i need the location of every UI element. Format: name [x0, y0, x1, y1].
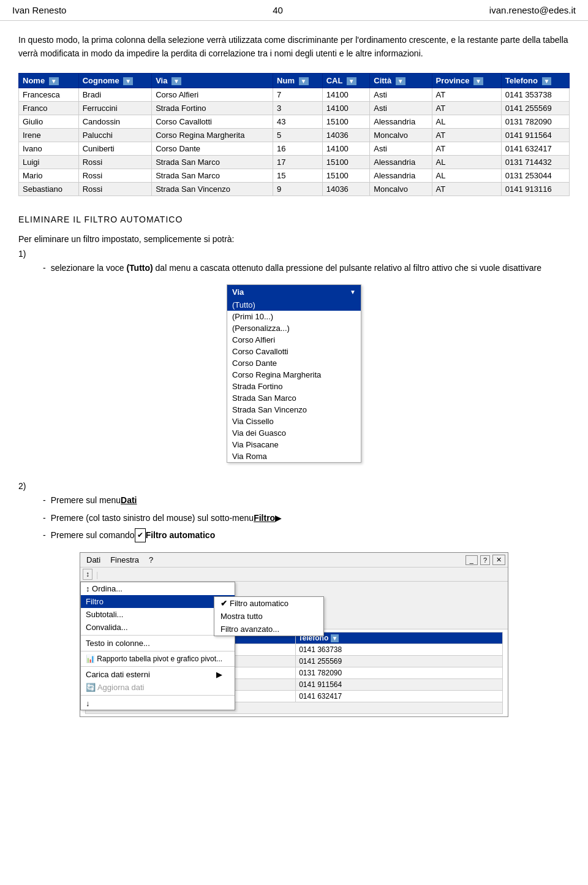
- dropdown-item[interactable]: (Personalizza...): [227, 322, 361, 334]
- menu-item-convalida[interactable]: Convalida...: [81, 621, 235, 634]
- menubar-help[interactable]: ?: [145, 554, 157, 566]
- table-header-row: Nome ▼ Cognome ▼ Via ▼ Num ▼ CAL ▼ Città…: [19, 73, 570, 88]
- table-cell: 0141 632417: [501, 142, 569, 155]
- table-cell: 15100: [322, 155, 370, 169]
- dati-dropdown: ↕ Ordina... Filtro ▶ Subtotali... Conval…: [80, 582, 235, 710]
- dropdown-item[interactable]: Strada San Marco: [227, 392, 361, 404]
- menu-item-more[interactable]: ↓: [81, 697, 235, 710]
- sort-asc-btn[interactable]: ↕: [83, 569, 92, 580]
- dropdown-item[interactable]: Via Cissello: [227, 416, 361, 427]
- col-nome: Nome ▼: [19, 73, 79, 88]
- bullet-premere-filtro-automatico: Premere sul comando ✔ Filtro automatico: [31, 528, 570, 542]
- table-row: MarioRossiStrada San Marco1515100Alessan…: [19, 169, 570, 182]
- window-controls: _ ? ✕: [466, 554, 505, 566]
- separator1: [81, 635, 235, 636]
- table-cell: 14100: [322, 101, 370, 115]
- table-cell: Asti: [370, 88, 432, 101]
- menu-screenshot: Dati Finestra ? _ ? ✕ ↕ | ↕ Ordina... Fi…: [80, 552, 508, 717]
- dropdown-arrow-icon[interactable]: ▼: [350, 289, 356, 295]
- sort-citta[interactable]: ▼: [396, 77, 405, 85]
- window-close-btn[interactable]: ✕: [492, 555, 505, 565]
- mini-col-telefono: Telefono ▼: [296, 632, 503, 644]
- sort-cognome[interactable]: ▼: [123, 77, 133, 85]
- table-cell: AT: [432, 101, 501, 115]
- submenu-mostra-tutto[interactable]: Mostra tutto: [214, 610, 323, 623]
- col-num: Num ▼: [273, 73, 323, 88]
- dropdown-item[interactable]: Via Pisacane: [227, 439, 361, 450]
- table-cell: Franco: [19, 101, 79, 115]
- table-row: IvanoCunibertiCorso Dante1614100AstiAT01…: [19, 142, 570, 155]
- table-cell: 0131 714432: [501, 155, 569, 169]
- bullet-premere-filtro: Premere (col tasto sinistro del mouse) s…: [31, 511, 570, 525]
- bullet-list-2: Premere sul menu Dati Premere (col tasto…: [31, 493, 570, 542]
- dropdown-item[interactable]: Corso Alfieri: [227, 334, 361, 346]
- table-cell: Strada San Marco: [152, 155, 273, 169]
- data-table: Nome ▼ Cognome ▼ Via ▼ Num ▼ CAL ▼ Città…: [18, 73, 570, 196]
- menu-item-filtro[interactable]: Filtro ▶: [81, 595, 235, 608]
- sort-nome[interactable]: ▼: [49, 77, 59, 85]
- table-cell: AT: [432, 142, 501, 155]
- bullet-item-1: selezionare la voce (Tutto) dal menu a c…: [31, 261, 570, 275]
- bullet-premere-dati: Premere sul menu Dati: [31, 493, 570, 507]
- table-cell: 14036: [322, 128, 370, 142]
- dati-label: Dati: [121, 493, 137, 507]
- sort-province[interactable]: ▼: [473, 77, 483, 85]
- submenu-filtro-avanzato[interactable]: Filtro avanzato...: [214, 623, 323, 636]
- submenu-filtro-automatico[interactable]: ✔ Filtro automatico: [214, 597, 323, 610]
- menu-item-carica[interactable]: Carica dati esterni ▶: [81, 668, 235, 681]
- bullet-list-1: selezionare la voce (Tutto) dal menu a c…: [31, 261, 570, 275]
- table-cell: Mario: [19, 169, 79, 182]
- dropdown-item[interactable]: Strada San Vincenzo: [227, 404, 361, 416]
- table-cell: Rossi: [78, 182, 151, 196]
- table-cell: AL: [432, 115, 501, 128]
- menubar-finestra[interactable]: Finestra: [107, 554, 143, 566]
- menu-item-rapporto[interactable]: 📊 Rapporto tabella pivot e grafico pivot…: [81, 653, 235, 665]
- dropdown-item[interactable]: Via dei Guasco: [227, 427, 361, 439]
- table-cell: Rossi: [78, 155, 151, 169]
- dropdown-item[interactable]: Strada Fortino: [227, 381, 361, 392]
- page-content: In questo modo, la prima colonna della s…: [0, 21, 588, 729]
- table-cell: Strada Fortino: [152, 101, 273, 115]
- menu-item-testo[interactable]: Testo in colonne...: [81, 637, 235, 650]
- checkmark-icon: ✔: [135, 528, 146, 542]
- table-cell: AL: [432, 169, 501, 182]
- dropdown-item[interactable]: Corso Dante: [227, 357, 361, 369]
- table-cell: Palucchi: [78, 128, 151, 142]
- dropdown-item[interactable]: Corso Regina Margherita: [227, 369, 361, 381]
- carica-submenu-arrow: ▶: [216, 670, 222, 679]
- menubar-dati[interactable]: Dati: [83, 554, 104, 566]
- dropdown-item[interactable]: (Primi 10...): [227, 311, 361, 322]
- table-row: FrancescaBradiCorso Alfieri714100AstiAT0…: [19, 88, 570, 101]
- table-cell: Candossin: [78, 115, 151, 128]
- menu-item-ordina[interactable]: ↕ Ordina...: [81, 582, 235, 595]
- dropdown-item[interactable]: Corso Cavallotti: [227, 346, 361, 357]
- table-cell: 14036: [322, 182, 370, 196]
- dropdown-item[interactable]: (Tutto): [227, 299, 361, 311]
- table-cell: Francesca: [19, 88, 79, 101]
- menu-item-subtotali[interactable]: Subtotali...: [81, 608, 235, 621]
- table-cell: Moncalvo: [370, 182, 432, 196]
- page-header: Ivan Renesto 40 ivan.renesto@edes.it: [0, 0, 588, 21]
- dropdown-header[interactable]: Via ▼: [227, 285, 361, 299]
- window-restore-btn[interactable]: ?: [480, 555, 490, 565]
- dropdown-item[interactable]: Via Roma: [227, 450, 361, 462]
- section1-num1: 1): [18, 249, 570, 259]
- table-cell: Corso Cavallotti: [152, 115, 273, 128]
- window-minimize-btn[interactable]: _: [466, 555, 478, 565]
- sort-num[interactable]: ▼: [299, 77, 309, 85]
- dropdown-title: Via: [232, 287, 244, 297]
- table-cell: 43: [273, 115, 323, 128]
- table-cell: Cuniberti: [78, 142, 151, 155]
- table-cell: Corso Dante: [152, 142, 273, 155]
- sort-cal[interactable]: ▼: [347, 77, 356, 85]
- col-cal: CAL ▼: [322, 73, 370, 88]
- separator3: [81, 666, 235, 667]
- table-cell: Alessandria: [370, 115, 432, 128]
- sort-via[interactable]: ▼: [172, 77, 181, 85]
- table-cell: 3: [273, 101, 323, 115]
- sort-telefono[interactable]: ▼: [542, 77, 552, 85]
- col-citta: Città ▼: [370, 73, 432, 88]
- separator4: [81, 695, 235, 696]
- table-cell: Alessandria: [370, 169, 432, 182]
- dropdown-widget[interactable]: Via ▼ (Tutto)(Primi 10...)(Personalizza.…: [227, 284, 361, 463]
